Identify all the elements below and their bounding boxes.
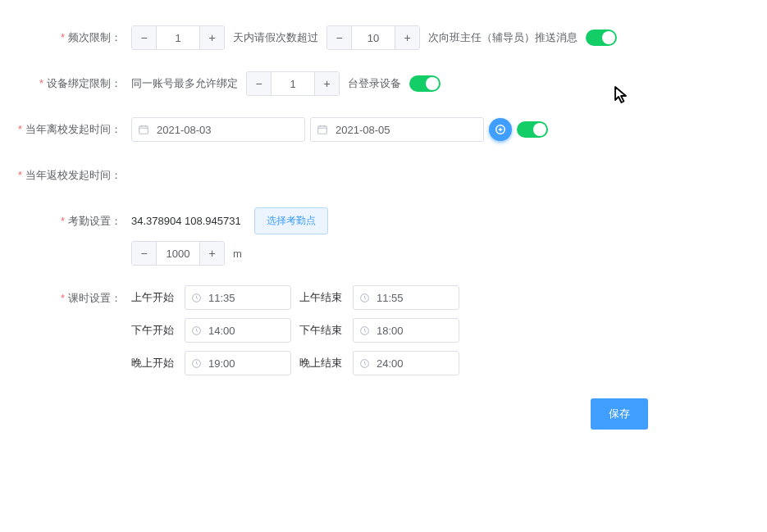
- am-end-wrap[interactable]: [353, 285, 459, 310]
- row-device: *设备绑定限制： 同一账号最多允许绑定 − + 台登录设备: [16, 70, 751, 97]
- row-attendance: *考勤设置： 34.378904 108.945731 选择考勤点 − + m: [16, 208, 751, 266]
- label-attendance: *考勤设置：: [16, 208, 131, 234]
- ev-start-label: 晚上开始: [131, 356, 176, 371]
- frequency-text-1: 天内请假次数超过: [233, 30, 318, 45]
- content-leave: [131, 117, 548, 142]
- plus-circle-icon: [495, 124, 506, 135]
- pm-start-label: 下午开始: [131, 323, 176, 338]
- calendar-icon: [317, 124, 328, 135]
- label-return: *当年返校发起时间：: [16, 162, 131, 189]
- label-device: *设备绑定限制：: [16, 70, 131, 97]
- select-attendance-point-button[interactable]: 选择考勤点: [254, 207, 328, 234]
- content-lesson: 上午开始 上午结束 下午开始 下午结束: [131, 285, 459, 375]
- frequency-toggle[interactable]: [586, 30, 617, 46]
- pm-start-wrap[interactable]: [185, 318, 291, 343]
- save-button[interactable]: 保存: [591, 398, 648, 430]
- leave-start-wrap[interactable]: [131, 117, 305, 142]
- leave-start-input[interactable]: [131, 117, 305, 142]
- ev-end-wrap[interactable]: [353, 351, 459, 375]
- device-toggle[interactable]: [409, 75, 441, 92]
- device-text-1: 同一账号最多允许绑定: [131, 76, 238, 91]
- lesson-am-row: 上午开始 上午结束: [131, 285, 459, 310]
- decrement-button[interactable]: −: [327, 26, 352, 49]
- row-leave: *当年离校发起时间：: [16, 116, 751, 143]
- am-start-wrap[interactable]: [185, 285, 291, 310]
- frequency-text-2: 次向班主任（辅导员）推送消息: [428, 30, 578, 45]
- svg-rect-1: [318, 126, 327, 134]
- frequency-days-input[interactable]: [157, 26, 199, 49]
- device-count-input[interactable]: [272, 72, 314, 95]
- content-device: 同一账号最多允许绑定 − + 台登录设备: [131, 71, 441, 96]
- clock-icon: [191, 358, 202, 369]
- lesson-pm-row: 下午开始 下午结束: [131, 318, 459, 343]
- label-leave: *当年离校发起时间：: [16, 116, 131, 143]
- clock-icon: [191, 293, 202, 303]
- row-frequency: *频次限制： − + 天内请假次数超过 − + 次向班主任（辅导员）推送消息: [16, 25, 751, 51]
- lesson-ev-row: 晚上开始 晚上结束: [131, 351, 459, 375]
- attendance-coords: 34.378904 108.945731: [131, 215, 241, 227]
- clock-icon: [359, 358, 370, 369]
- label-frequency: *频次限制：: [16, 25, 131, 51]
- leave-end-input[interactable]: [310, 117, 484, 142]
- ev-end-label: 晚上结束: [299, 356, 345, 371]
- frequency-count-stepper[interactable]: − +: [326, 25, 420, 50]
- pm-end-wrap[interactable]: [353, 318, 459, 343]
- save-row: 保存: [16, 398, 751, 430]
- attendance-distance-stepper[interactable]: − +: [131, 241, 225, 266]
- clock-icon: [359, 325, 370, 336]
- am-start-label: 上午开始: [131, 290, 176, 305]
- attendance-distance-input[interactable]: [157, 242, 199, 265]
- label-lesson: *课时设置：: [16, 285, 131, 311]
- leave-end-wrap[interactable]: [310, 117, 484, 142]
- form-container: *频次限制： − + 天内请假次数超过 − + 次向班主任（辅导员）推送消息 *…: [0, 0, 767, 532]
- clock-icon: [359, 293, 370, 303]
- decrement-button[interactable]: −: [132, 242, 157, 265]
- increment-button[interactable]: +: [199, 242, 224, 265]
- frequency-days-stepper[interactable]: − +: [131, 25, 225, 50]
- row-lesson: *课时设置： 上午开始 上午结束 下午开始: [16, 285, 751, 375]
- frequency-count-input[interactable]: [352, 26, 395, 49]
- content-frequency: − + 天内请假次数超过 − + 次向班主任（辅导员）推送消息: [131, 25, 617, 50]
- pm-end-label: 下午结束: [299, 323, 345, 338]
- device-count-stepper[interactable]: − +: [246, 71, 340, 96]
- device-text-2: 台登录设备: [348, 76, 401, 91]
- attendance-unit: m: [233, 248, 242, 260]
- svg-rect-0: [139, 126, 148, 134]
- leave-toggle[interactable]: [517, 121, 548, 138]
- increment-button[interactable]: +: [314, 72, 339, 95]
- clock-icon: [191, 325, 202, 336]
- decrement-button[interactable]: −: [132, 26, 157, 49]
- ev-start-wrap[interactable]: [185, 351, 291, 375]
- row-return: *当年返校发起时间：: [16, 162, 751, 189]
- increment-button[interactable]: +: [199, 26, 224, 49]
- calendar-icon: [138, 124, 149, 135]
- decrement-button[interactable]: −: [247, 72, 272, 95]
- add-date-range-button[interactable]: [489, 118, 512, 141]
- am-end-label: 上午结束: [299, 290, 345, 305]
- increment-button[interactable]: +: [395, 26, 419, 49]
- content-attendance: 34.378904 108.945731 选择考勤点 − + m: [131, 208, 328, 266]
